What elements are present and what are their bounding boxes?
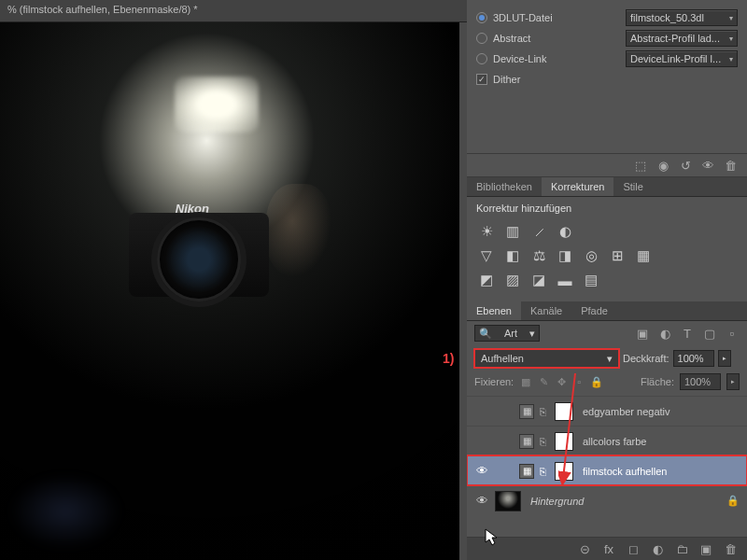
levels-icon[interactable]: ▥ xyxy=(504,223,521,240)
layer-name[interactable]: allcolors farbe xyxy=(583,436,646,447)
layer-filter-dropdown[interactable]: 🔍Art▾ xyxy=(474,325,540,342)
layer-row-background[interactable]: 👁 Hintergrund 🔒 xyxy=(467,485,747,515)
opacity-input[interactable]: 100% xyxy=(673,350,714,367)
link-icon: ⎘ xyxy=(540,466,549,477)
tab-kanaele[interactable]: Kanäle xyxy=(521,301,571,320)
tab-ebenen[interactable]: Ebenen xyxy=(467,301,521,320)
view-previous-icon[interactable]: ◉ xyxy=(655,158,670,173)
colorbalance-icon[interactable]: ⚖ xyxy=(530,247,547,264)
tab-pfade[interactable]: Pfade xyxy=(571,301,617,320)
reset-icon[interactable]: ↺ xyxy=(678,158,693,173)
channelmixer-icon[interactable]: ⊞ xyxy=(609,247,626,264)
annotation-marker-1: 1) xyxy=(443,351,454,366)
adjustment-thumb-icon: ▦ xyxy=(519,404,534,419)
adjustment-thumb-icon: ▦ xyxy=(519,464,534,479)
layer-mask[interactable] xyxy=(555,432,573,451)
fill-label: Fläche: xyxy=(641,376,674,387)
filter-type-icon[interactable]: T xyxy=(680,326,695,341)
trash-icon[interactable]: 🗑 xyxy=(723,158,738,173)
opacity-label: Deckkraft: xyxy=(623,353,669,364)
radio-3dlut[interactable] xyxy=(476,12,487,23)
filter-shape-icon[interactable]: ▢ xyxy=(702,326,717,341)
invert-icon[interactable]: ◩ xyxy=(478,272,495,288)
canvas[interactable]: Nikon xyxy=(0,22,467,560)
colorlookup-icon[interactable]: ▦ xyxy=(635,247,652,264)
delete-icon[interactable]: 🗑 xyxy=(723,541,738,556)
group-icon[interactable]: 🗀 xyxy=(674,541,689,556)
layer-row-selected[interactable]: 👁 ▦ ⎘ filmstock aufhellen xyxy=(467,455,747,485)
new-layer-icon[interactable]: ▣ xyxy=(698,541,713,556)
properties-panel: 3DLUT-Datei filmstock_50.3dl▾ Abstract A… xyxy=(467,0,747,97)
lock-all-icon[interactable]: 🔒 xyxy=(590,375,603,388)
curves-icon[interactable]: ⟋ xyxy=(530,223,547,240)
hue-icon[interactable]: ◧ xyxy=(504,247,521,264)
brightness-icon[interactable]: ☀ xyxy=(478,223,495,240)
layer-name[interactable]: filmstock aufhellen xyxy=(583,466,668,477)
lock-label: Fixieren: xyxy=(474,376,514,387)
adjustment-thumb-icon: ▦ xyxy=(519,434,534,449)
dropdown-3dlut[interactable]: filmstock_50.3dl▾ xyxy=(626,9,738,26)
label-dither: Dither xyxy=(493,74,520,85)
filter-image-icon[interactable]: ▣ xyxy=(635,326,650,341)
photofilter-icon[interactable]: ◎ xyxy=(583,247,599,264)
link-icon: ⎘ xyxy=(540,406,549,417)
layer-name[interactable]: edgyamber negativ xyxy=(583,406,670,417)
selectivecolor-icon[interactable]: ▤ xyxy=(583,272,599,288)
background-thumb xyxy=(495,491,521,511)
threshold-icon[interactable]: ◪ xyxy=(530,272,547,288)
dropdown-devicelink[interactable]: DeviceLink-Profil l...▾ xyxy=(626,50,738,67)
camera-brand-text: Nikon xyxy=(176,202,209,216)
new-adjustment-icon[interactable]: ◐ xyxy=(650,541,665,556)
layer-mask[interactable] xyxy=(555,462,573,481)
radio-abstract[interactable] xyxy=(476,33,487,44)
layer-name[interactable]: Hintergrund xyxy=(530,496,584,507)
adjustments-panel: Korrektur hinzufügen ☀ ▥ ⟋ ◐ ▽ ◧ ⚖ ◨ ◎ ⊞… xyxy=(467,197,747,301)
mask-icon[interactable]: ◻ xyxy=(626,541,641,556)
fill-input[interactable]: 100% xyxy=(680,373,721,390)
lock-artboard-icon[interactable]: ▫ xyxy=(572,375,585,388)
lock-pixels-icon[interactable]: ✎ xyxy=(537,375,550,388)
exposure-icon[interactable]: ◐ xyxy=(557,223,573,240)
opacity-flyout[interactable]: ▸ xyxy=(718,350,731,367)
posterize-icon[interactable]: ▨ xyxy=(504,272,521,288)
link-icon: ⎘ xyxy=(540,436,549,447)
lock-indicator-icon: 🔒 xyxy=(726,495,740,507)
label-abstract: Abstract xyxy=(493,33,530,44)
visibility-toggle[interactable]: 👁 xyxy=(474,464,489,478)
vibrance-icon[interactable]: ▽ xyxy=(478,247,495,264)
bw-icon[interactable]: ◨ xyxy=(557,247,573,264)
tab-korrekturen[interactable]: Korrekturen xyxy=(542,177,613,196)
fx-icon[interactable]: fx xyxy=(601,541,616,556)
fill-flyout[interactable]: ▸ xyxy=(726,373,740,390)
tab-stile[interactable]: Stile xyxy=(613,177,652,196)
radio-devicelink[interactable] xyxy=(476,53,487,64)
dropdown-abstract[interactable]: Abstract-Profil lad...▾ xyxy=(626,30,738,47)
blend-mode-dropdown[interactable]: Aufhellen▾ xyxy=(474,349,619,368)
visibility-icon[interactable]: 👁 xyxy=(700,158,715,173)
lock-position-icon[interactable]: ✥ xyxy=(555,375,568,388)
label-3dlut: 3DLUT-Datei xyxy=(493,12,553,23)
document-tab[interactable]: % (filmstock aufhellen, Ebenenmaske/8) * xyxy=(0,0,467,22)
clip-icon[interactable]: ⬚ xyxy=(633,158,648,173)
filter-adjustment-icon[interactable]: ◐ xyxy=(657,326,672,341)
label-devicelink: Device-Link xyxy=(493,53,546,64)
layer-row[interactable]: ▦ ⎘ allcolors farbe xyxy=(467,426,747,455)
visibility-toggle[interactable]: 👁 xyxy=(474,494,489,508)
adjustments-title: Korrektur hinzufügen xyxy=(476,203,738,214)
gradientmap-icon[interactable]: ▬ xyxy=(557,272,573,288)
layer-row[interactable]: ▦ ⎘ edgyamber negativ xyxy=(467,396,747,426)
checkbox-dither[interactable]: ✓ xyxy=(476,74,487,85)
tab-bibliotheken[interactable]: Bibliotheken xyxy=(467,177,542,196)
filter-smart-icon[interactable]: ▫ xyxy=(725,326,740,341)
layer-list: ▦ ⎘ edgyamber negativ ▦ ⎘ allcolors farb… xyxy=(467,396,747,537)
layer-mask[interactable] xyxy=(555,402,573,421)
lock-transparency-icon[interactable]: ▩ xyxy=(519,375,532,388)
photo-preview: Nikon xyxy=(0,22,459,560)
link-layers-icon[interactable]: ⊝ xyxy=(577,541,592,556)
